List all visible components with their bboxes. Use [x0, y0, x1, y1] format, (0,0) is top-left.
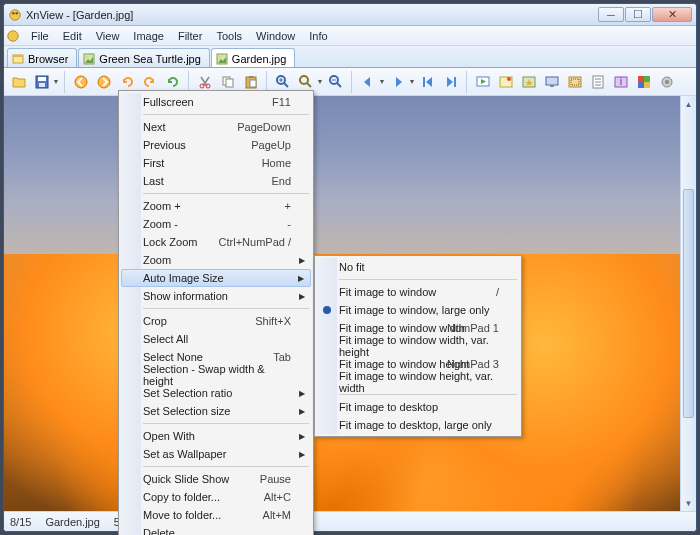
svg-point-2	[15, 11, 18, 14]
menu-image[interactable]: Image	[126, 28, 171, 44]
scroll-down-icon[interactable]: ▼	[681, 495, 696, 511]
status-filename: Garden.jpg	[45, 516, 99, 528]
svg-point-9	[219, 56, 222, 59]
sub-fit-image-to-window[interactable]: Fit image to window/	[317, 283, 519, 301]
statusbar: 8/15 Garden.jpg 504.32 KB 1024x768x24, 1…	[4, 511, 696, 531]
auto-image-size-submenu[interactable]: No fitFit image to window/Fit image to w…	[314, 255, 522, 437]
context-menu[interactable]: FullscreenF11NextPageDownPreviousPageUpF…	[118, 90, 314, 535]
close-button[interactable]: ✕	[652, 7, 692, 22]
ctx-quick-slide-show[interactable]: Quick Slide ShowPause	[121, 470, 311, 488]
ctx-zoom[interactable]: Zoom▶	[121, 251, 311, 269]
ctx-last[interactable]: LastEnd	[121, 172, 311, 190]
ctx-set-selection-ratio[interactable]: Set Selection ratio▶	[121, 384, 311, 402]
ctx-previous[interactable]: PreviousPageUp	[121, 136, 311, 154]
tab-browser[interactable]: Browser	[7, 48, 77, 67]
menu-item-label: Copy to folder...	[143, 491, 220, 503]
first-blue-icon[interactable]	[417, 71, 439, 93]
slideshow-icon[interactable]	[472, 71, 494, 93]
next-orange-icon[interactable]	[93, 71, 115, 93]
svg-rect-32	[454, 77, 456, 87]
vertical-scrollbar[interactable]: ▲ ▼	[680, 96, 696, 511]
status-index: 8/15	[10, 516, 31, 528]
ctx-lock-zoom[interactable]: Lock ZoomCtrl+NumPad /	[121, 233, 311, 251]
sub-fit-image-to-window-width-var-height[interactable]: Fit image to window width, var. height	[317, 337, 519, 355]
scroll-up-icon[interactable]: ▲	[681, 96, 696, 112]
ctx-selection-swap-width-height[interactable]: Selection - Swap width & height	[121, 366, 311, 384]
svg-rect-5	[13, 55, 23, 57]
menu-item-label: Next	[143, 121, 166, 133]
settings-icon[interactable]	[656, 71, 678, 93]
sub-no-fit[interactable]: No fit	[317, 258, 519, 276]
ctx-set-as-wallpaper[interactable]: Set as Wallpaper▶	[121, 445, 311, 463]
tab-garden-jpg[interactable]: Garden.jpg	[211, 48, 295, 67]
svg-point-3	[8, 30, 19, 41]
properties-icon[interactable]	[587, 71, 609, 93]
menu-item-label: Show information	[143, 290, 228, 302]
titlebar: XnView - [Garden.jpg] ─ ☐ ✕	[4, 4, 696, 26]
tab-green-sea-turtle-jpg[interactable]: Green Sea Turtle.jpg	[78, 48, 210, 67]
image-icon	[216, 53, 228, 65]
svg-rect-38	[550, 85, 554, 87]
crop-icon[interactable]	[564, 71, 586, 93]
menu-tools[interactable]: Tools	[209, 28, 249, 44]
browser-icon	[12, 53, 24, 65]
minimize-button[interactable]: ─	[598, 7, 624, 22]
ctx-copy-to-folder-[interactable]: Copy to folder...Alt+C	[121, 488, 311, 506]
ctx-open-with[interactable]: Open With▶	[121, 427, 311, 445]
sub-fit-image-to-window-large-only[interactable]: Fit image to window, large only	[317, 301, 519, 319]
menu-filter[interactable]: Filter	[171, 28, 209, 44]
image-info-icon[interactable]: i	[610, 71, 632, 93]
save-icon[interactable]	[31, 71, 53, 93]
svg-point-0	[10, 9, 21, 20]
back-blue-dropdown[interactable]: ▼	[378, 71, 386, 93]
sub-fit-image-to-window-height-var-width[interactable]: Fit image to window height, var. width	[317, 373, 519, 391]
favorite-icon[interactable]	[518, 71, 540, 93]
last-blue-icon[interactable]	[440, 71, 462, 93]
ctx-select-all[interactable]: Select All	[121, 330, 311, 348]
menubar: FileEditViewImageFilterToolsWindowInfo	[4, 26, 696, 46]
ctx-first[interactable]: FirstHome	[121, 154, 311, 172]
menu-item-label: Fit image to window height, var. width	[339, 370, 499, 394]
menu-edit[interactable]: Edit	[56, 28, 89, 44]
ctx-zoom-[interactable]: Zoom ++	[121, 197, 311, 215]
save-dropdown[interactable]: ▼	[52, 71, 60, 93]
flag-icon[interactable]	[495, 71, 517, 93]
ctx-show-information[interactable]: Show information▶	[121, 287, 311, 305]
menu-view[interactable]: View	[89, 28, 127, 44]
menu-item-shortcut: PageDown	[237, 121, 291, 133]
forward-blue-dropdown[interactable]: ▼	[408, 71, 416, 93]
ctx-fullscreen[interactable]: FullscreenF11	[121, 93, 311, 111]
svg-rect-12	[39, 83, 45, 87]
ctx-next[interactable]: NextPageDown	[121, 118, 311, 136]
menu-item-label: Fit image to desktop	[339, 401, 438, 413]
ctx-crop[interactable]: CropShift+X	[121, 312, 311, 330]
ctx-move-to-folder-[interactable]: Move to folder...Alt+M	[121, 506, 311, 524]
open-icon[interactable]	[8, 71, 30, 93]
menu-window[interactable]: Window	[249, 28, 302, 44]
svg-rect-18	[226, 79, 233, 87]
svg-rect-48	[644, 76, 650, 82]
svg-rect-47	[638, 76, 644, 82]
screen-icon[interactable]	[541, 71, 563, 93]
sub-fit-image-to-desktop-large-only[interactable]: Fit image to desktop, large only	[317, 416, 519, 434]
prev-orange-icon[interactable]	[70, 71, 92, 93]
ctx-delete-[interactable]: Delete...	[121, 524, 311, 535]
sub-fit-image-to-desktop[interactable]: Fit image to desktop	[317, 398, 519, 416]
menu-info[interactable]: Info	[302, 28, 334, 44]
menu-item-shortcut: -	[287, 218, 291, 230]
scroll-thumb[interactable]	[683, 189, 694, 419]
forward-blue-icon[interactable]	[387, 71, 409, 93]
menu-item-label: First	[143, 157, 164, 169]
ctx-auto-image-size[interactable]: Auto Image Size▶	[121, 269, 311, 287]
menu-file[interactable]: File	[24, 28, 56, 44]
zoom-fit-dropdown[interactable]: ▼	[316, 71, 324, 93]
menu-item-label: Fit image to window	[339, 286, 436, 298]
ctx-zoom-[interactable]: Zoom --	[121, 215, 311, 233]
menu-item-label: Move to folder...	[143, 509, 221, 521]
maximize-button[interactable]: ☐	[625, 7, 651, 22]
zoom-out-icon[interactable]	[325, 71, 347, 93]
back-blue-icon[interactable]	[357, 71, 379, 93]
ctx-set-selection-size[interactable]: Set Selection size▶	[121, 402, 311, 420]
color-icon[interactable]	[633, 71, 655, 93]
menu-item-shortcut: /	[496, 286, 499, 298]
